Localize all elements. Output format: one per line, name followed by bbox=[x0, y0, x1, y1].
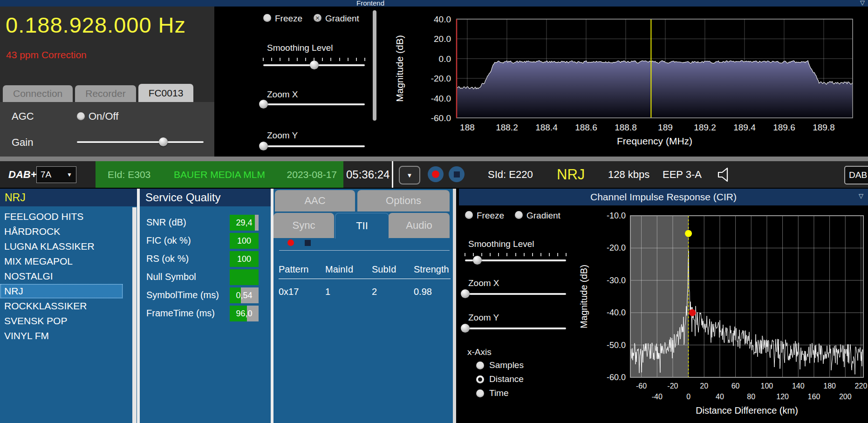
gain-slider[interactable] bbox=[77, 137, 204, 149]
service-item[interactable]: FEELGOOD HITS bbox=[0, 209, 123, 224]
tab-aac[interactable]: AAC bbox=[275, 190, 355, 212]
service-item[interactable]: VINYL FM bbox=[0, 328, 123, 343]
slider-thumb[interactable] bbox=[259, 142, 268, 150]
xaxis-option-label: Samples bbox=[489, 360, 524, 370]
quality-bar: 100 bbox=[230, 251, 259, 267]
quality-value: 96,0 bbox=[230, 306, 259, 321]
cir-plot[interactable]: -10.0-20.0-30.0-40.0-50.0-60.0-60-202060… bbox=[578, 189, 868, 423]
service-item[interactable]: HÅRDROCK bbox=[0, 224, 123, 239]
svg-text:40.0: 40.0 bbox=[434, 14, 451, 24]
xaxis-option-distance[interactable]: Distance bbox=[476, 374, 524, 384]
lower-section: NRJ FEELGOOD HITSHÅRDROCKLUGNA KLASSIKER… bbox=[0, 189, 868, 423]
svg-text:-60.0: -60.0 bbox=[431, 113, 451, 123]
speaker-icon[interactable] bbox=[717, 161, 732, 188]
stop-button[interactable] bbox=[449, 166, 465, 182]
tii-column-header: Pattern bbox=[279, 264, 308, 275]
tii-cell-value: 2 bbox=[372, 287, 377, 297]
zoom-x-label: Zoom X bbox=[267, 89, 298, 100]
zoom-y-label: Zoom Y bbox=[267, 130, 298, 141]
frontend-collapse-icon[interactable]: ▽ bbox=[860, 0, 865, 6]
ppm-correction-label: 43 ppm Correction bbox=[6, 49, 87, 61]
quality-value bbox=[230, 269, 259, 285]
statusbar-dropdown-button[interactable]: ▼ bbox=[399, 166, 420, 184]
svg-text:Frequency (MHz): Frequency (MHz) bbox=[617, 136, 692, 146]
slider-track[interactable] bbox=[465, 327, 566, 329]
svg-text:188.4: 188.4 bbox=[535, 123, 558, 132]
service-list-header: NRJ bbox=[0, 189, 137, 206]
svg-text:-40.0: -40.0 bbox=[431, 94, 451, 103]
service-quality-header: Service Quality bbox=[140, 189, 271, 206]
service-item[interactable]: ROCKKLASSIKER bbox=[0, 299, 123, 314]
channel-select[interactable]: 7A ▼ bbox=[36, 166, 76, 183]
cir-zoom-y-slider[interactable] bbox=[465, 324, 566, 335]
tab-audio[interactable]: Audio bbox=[389, 213, 450, 238]
svg-text:0.0: 0.0 bbox=[439, 54, 451, 64]
svg-text:-50.0: -50.0 bbox=[607, 341, 626, 350]
slider-thumb[interactable] bbox=[159, 137, 168, 146]
cir-panel: Channel Impulse Response (CIR) ▽ Freeze … bbox=[459, 189, 868, 423]
slider-track[interactable] bbox=[77, 141, 204, 143]
slider-thumb[interactable] bbox=[461, 324, 470, 333]
slider-thumb[interactable] bbox=[473, 256, 482, 265]
quality-value: 0,54 bbox=[230, 287, 259, 303]
service-list-scrollbar[interactable] bbox=[132, 207, 137, 423]
service-item[interactable]: NOSTALGI bbox=[0, 269, 123, 284]
service-item[interactable]: MIX MEGAPOL bbox=[0, 254, 123, 269]
cir-zoom-x-slider[interactable] bbox=[465, 289, 566, 300]
tii-column-header: Strength bbox=[414, 264, 449, 275]
service-item[interactable]: LUGNA KLASSIKER bbox=[0, 239, 123, 254]
svg-text:-20.0: -20.0 bbox=[431, 74, 451, 83]
quality-value: 100 bbox=[230, 233, 259, 249]
slider-thumb[interactable] bbox=[259, 100, 268, 109]
xaxis-option-time[interactable]: Time bbox=[476, 388, 509, 398]
tuner-tab-connection[interactable]: Connection bbox=[3, 85, 73, 102]
statusbar-divider bbox=[392, 161, 393, 188]
svg-text:189: 189 bbox=[658, 123, 673, 132]
output-select[interactable]: DAB ▼ bbox=[844, 166, 868, 184]
chevron-down-icon: ▼ bbox=[407, 172, 413, 179]
svg-text:189.6: 189.6 bbox=[773, 123, 795, 132]
slider-thumb[interactable] bbox=[310, 61, 319, 69]
record-button[interactable] bbox=[428, 166, 444, 182]
slider-thumb[interactable] bbox=[461, 289, 470, 298]
svg-text:-20: -20 bbox=[667, 382, 678, 390]
svg-text:-40.0: -40.0 bbox=[607, 308, 626, 317]
xaxis-option-label: Time bbox=[489, 388, 509, 398]
output-value: DAB bbox=[849, 170, 867, 180]
horizontal-separator bbox=[0, 157, 868, 161]
service-item[interactable]: SVENSK POP bbox=[0, 314, 123, 328]
svg-text:Distance Difference (km): Distance Difference (km) bbox=[696, 405, 798, 416]
agc-toggle[interactable] bbox=[77, 112, 85, 120]
svg-text:-10.0: -10.0 bbox=[607, 211, 626, 220]
quality-row: SymbolTime (ms)0,54 bbox=[140, 287, 271, 305]
xaxis-option-samples[interactable]: Samples bbox=[476, 360, 524, 370]
time-label: 05:36:24 bbox=[346, 161, 390, 188]
service-item[interactable]: NRJ bbox=[0, 284, 123, 299]
slider-track[interactable] bbox=[465, 293, 566, 295]
quality-label: Null Symbol bbox=[146, 272, 196, 282]
tuner-tab-recorder[interactable]: Recorder bbox=[75, 85, 136, 102]
tii-column-header: SubId bbox=[372, 264, 396, 275]
gradient-checkbox[interactable]: ✕ bbox=[314, 14, 321, 22]
frontend-window-titlebar: Frontend ▽ bbox=[0, 0, 868, 7]
quality-bar: 96,0 bbox=[230, 306, 259, 321]
cir-smoothing-slider[interactable] bbox=[465, 249, 566, 269]
tab-tii[interactable]: TII bbox=[335, 213, 389, 239]
quality-label: SymbolTime (ms) bbox=[146, 290, 219, 300]
chevron-down-icon: ▼ bbox=[67, 171, 72, 178]
svg-text:-60: -60 bbox=[636, 382, 647, 390]
quality-value: 100 bbox=[230, 251, 259, 267]
tab-options[interactable]: Options bbox=[357, 190, 450, 212]
tab-sync[interactable]: Sync bbox=[273, 213, 334, 238]
tii-cell-value: 0.98 bbox=[414, 287, 432, 297]
freeze-checkbox[interactable] bbox=[263, 14, 271, 22]
frontend-spectrum-plot[interactable]: 40.020.00.0-20.0-40.0-60.0188188.2188.41… bbox=[326, 7, 868, 157]
cir-freeze-checkbox[interactable] bbox=[465, 211, 473, 219]
tuner-tab-fc0013[interactable]: FC0013 bbox=[138, 84, 194, 102]
svg-text:0: 0 bbox=[686, 393, 690, 401]
panel-scrollbar[interactable] bbox=[453, 189, 456, 423]
cir-gradient-label: Gradient bbox=[526, 211, 560, 221]
freeze-label: Freeze bbox=[275, 14, 302, 24]
status-bar: DAB+ 7A ▼ EId: E303 BAUER MEDIA MLM 2023… bbox=[0, 161, 868, 188]
cir-gradient-checkbox[interactable] bbox=[515, 211, 523, 219]
